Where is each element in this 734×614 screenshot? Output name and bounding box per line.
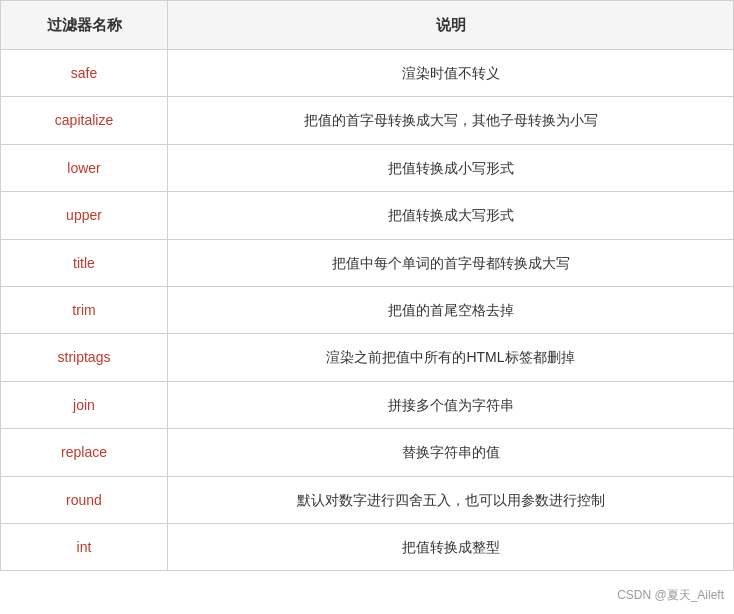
desc-highlight: 也可以用参数进行控制 <box>465 492 605 508</box>
filter-desc-cell: 替换字符串的值 <box>168 429 734 476</box>
filter-table: 过滤器名称 说明 safe渲染时值不转义capitalize把值的首字母转换成大… <box>0 0 734 571</box>
filter-name-cell: replace <box>1 429 168 476</box>
filter-name-cell: capitalize <box>1 97 168 144</box>
filter-name-cell: title <box>1 239 168 286</box>
table-row: join拼接多个值为字符串 <box>1 381 734 428</box>
filter-name-cell: round <box>1 476 168 523</box>
filter-desc-cell: 渲染之前把值中所有的HTML标签都删掉 <box>168 334 734 381</box>
filter-desc-cell: 把值转换成大写形式 <box>168 192 734 239</box>
filter-desc-cell: 拼接多个值为字符串 <box>168 381 734 428</box>
table-row: round默认对数字进行四舍五入，也可以用参数进行控制 <box>1 476 734 523</box>
table-row: replace替换字符串的值 <box>1 429 734 476</box>
table-row: title把值中每个单词的首字母都转换成大写 <box>1 239 734 286</box>
filter-desc-cell: 把值转换成小写形式 <box>168 144 734 191</box>
filter-name-cell: lower <box>1 144 168 191</box>
table-header-row: 过滤器名称 说明 <box>1 1 734 50</box>
filter-desc-cell: 把值的首字母转换成大写，其他子母转换为小写 <box>168 97 734 144</box>
table-row: lower把值转换成小写形式 <box>1 144 734 191</box>
table-row: striptags渲染之前把值中所有的HTML标签都删掉 <box>1 334 734 381</box>
table-row: trim把值的首尾空格去掉 <box>1 286 734 333</box>
filter-desc-cell: 渲染时值不转义 <box>168 50 734 97</box>
filter-name-cell: striptags <box>1 334 168 381</box>
header-desc: 说明 <box>168 1 734 50</box>
table-row: upper把值转换成大写形式 <box>1 192 734 239</box>
filter-name-cell: join <box>1 381 168 428</box>
filter-name-cell: upper <box>1 192 168 239</box>
filter-desc-cell: 把值转换成整型 <box>168 523 734 570</box>
table-row: capitalize把值的首字母转换成大写，其他子母转换为小写 <box>1 97 734 144</box>
filter-name-cell: safe <box>1 50 168 97</box>
filter-name-cell: int <box>1 523 168 570</box>
filter-desc-cell: 把值中每个单词的首字母都转换成大写 <box>168 239 734 286</box>
header-name: 过滤器名称 <box>1 1 168 50</box>
filter-desc-cell: 默认对数字进行四舍五入，也可以用参数进行控制 <box>168 476 734 523</box>
filter-name-cell: trim <box>1 286 168 333</box>
filter-desc-cell: 把值的首尾空格去掉 <box>168 286 734 333</box>
table-row: int把值转换成整型 <box>1 523 734 570</box>
desc-highlight: 把值中所有的HTML标签都删掉 <box>382 349 574 365</box>
watermark-text: CSDN @夏天_Aileft <box>617 587 724 604</box>
table-row: safe渲染时值不转义 <box>1 50 734 97</box>
